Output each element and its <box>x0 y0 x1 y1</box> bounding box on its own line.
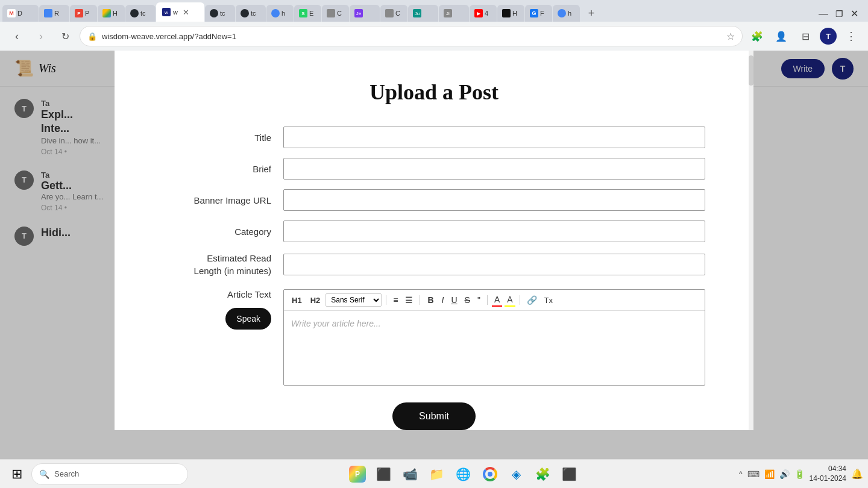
taskbar-camera-icon[interactable]: ⬛ <box>372 462 396 486</box>
brief-label: Brief <box>163 164 283 174</box>
article-editor: H1 H2 Sans Serif Serif Monospace ≡ ☰ B I <box>283 289 705 386</box>
submit-button[interactable]: Submit <box>392 402 476 430</box>
browser-tab-e[interactable]: C <box>322 5 349 22</box>
category-label: Category <box>163 227 283 237</box>
link-button[interactable]: 🔗 <box>524 294 539 306</box>
text-color-button[interactable]: A <box>492 293 502 307</box>
browser-tab-h2[interactable]: H <box>497 5 524 22</box>
article-text-label: Article Text <box>227 289 271 299</box>
security-icon: 🔒 <box>87 32 97 41</box>
banner-input[interactable] <box>283 189 705 211</box>
browser-tab-gh3[interactable]: tc <box>236 5 266 22</box>
h2-button[interactable]: H2 <box>307 294 324 307</box>
browser-tab-h[interactable]: H <box>98 5 125 22</box>
browser-tab-ji[interactable]: Ji <box>439 5 469 22</box>
category-input[interactable] <box>283 221 705 242</box>
banner-row: Banner Image URL <box>115 189 753 211</box>
editor-content-area[interactable]: Write your article here... <box>284 311 705 371</box>
title-input[interactable] <box>283 127 705 148</box>
toolbar-divider-4 <box>520 295 520 305</box>
blockquote-button[interactable]: " <box>475 294 483 306</box>
browser-tab-fb[interactable]: G F <box>525 5 552 22</box>
strikethrough-button[interactable]: S <box>462 294 473 306</box>
browser-tab-c2[interactable]: C <box>380 5 407 22</box>
editor-placeholder: Write your article here... <box>291 319 381 328</box>
clear-format-button[interactable]: Tx <box>542 295 555 306</box>
address-bar[interactable]: 🔒 wisdom-weave.vercel.app/?addNew=1 ☆ <box>80 26 743 46</box>
sidebar-toggle[interactable]: ⊟ <box>796 27 815 46</box>
ordered-list-button[interactable]: ☰ <box>403 294 415 306</box>
taskbar: ⊞ 🔍 Search P ⬛ 📹 📁 🌐 ◈ 🧩 ⬛ ^ ⌨ 📶 🔊 🔋 04:… <box>0 459 868 488</box>
title-label: Title <box>163 133 283 143</box>
browser-tab-shopify[interactable]: S E <box>294 5 321 22</box>
close-button[interactable]: ✕ <box>851 8 858 19</box>
browser-tab-p[interactable]: P P <box>70 5 97 22</box>
read-length-input[interactable] <box>283 254 705 275</box>
back-button[interactable]: ‹ <box>7 27 27 46</box>
taskbar-tray: ^ ⌨ 📶 🔊 🔋 04:34 14-01-2024 🔔 <box>739 465 863 483</box>
start-button[interactable]: ⊞ <box>5 462 29 486</box>
browser-tab-h3[interactable]: h <box>553 5 580 22</box>
editor-toolbar: H1 H2 Sans Serif Serif Monospace ≡ ☰ B I <box>284 290 705 311</box>
browser-tab-github[interactable]: tc <box>125 5 156 22</box>
toolbar-divider-2 <box>420 295 420 305</box>
maximize-button[interactable]: ❐ <box>835 9 843 19</box>
modal-title: Upload a Post <box>115 80 753 105</box>
browser-avatar[interactable]: T <box>820 28 837 45</box>
minimize-button[interactable]: — <box>819 8 828 19</box>
italic-button[interactable]: I <box>439 294 447 306</box>
taskbar-prequel-icon[interactable]: P <box>345 462 370 486</box>
search-text: Search <box>54 469 79 478</box>
browser-tab-wisdom[interactable]: w w ✕ <box>156 2 204 22</box>
bullet-list-button[interactable]: ≡ <box>391 294 400 306</box>
browser-tab-r[interactable]: R <box>39 5 69 22</box>
battery-icon: 🔋 <box>794 469 805 479</box>
taskbar-search-box[interactable]: 🔍 Search <box>31 463 188 485</box>
read-length-label: Estimated Read Length (in minutes) <box>163 252 283 277</box>
highlight-button[interactable]: A <box>505 293 515 307</box>
article-text-row: Article Text Speak H1 H2 Sans Serif Seri… <box>115 289 753 386</box>
browser-tab-globe[interactable]: h <box>266 5 294 22</box>
taskbar-files-icon[interactable]: 📁 <box>425 462 449 486</box>
bold-button[interactable]: B <box>424 294 436 306</box>
taskbar-zoom-icon[interactable]: 📹 <box>398 462 423 486</box>
clock-display[interactable]: 04:34 14-01-2024 <box>810 465 846 483</box>
taskbar-apps-area: P ⬛ 📹 📁 🌐 ◈ 🧩 ⬛ <box>190 462 737 486</box>
h1-button[interactable]: H1 <box>289 294 305 307</box>
browser-tab-ju[interactable]: Ju <box>408 5 438 22</box>
profile-button[interactable]: 👤 <box>772 27 791 46</box>
tray-expand-button[interactable]: ^ <box>739 470 743 478</box>
modal-scrollbar[interactable] <box>749 51 753 430</box>
brief-input[interactable] <box>283 158 705 180</box>
underline-button[interactable]: U <box>448 294 459 306</box>
browser-tab-gh2[interactable]: tc <box>205 5 235 22</box>
search-icon-taskbar: 🔍 <box>39 469 49 479</box>
taskbar-puzzle-icon[interactable]: 🧩 <box>531 462 555 486</box>
reload-button[interactable]: ↻ <box>55 27 75 46</box>
taskbar-edge-icon[interactable]: 🌐 <box>451 462 476 486</box>
taskbar-vscode-icon[interactable]: ◈ <box>505 462 529 486</box>
banner-label: Banner Image URL <box>163 195 283 205</box>
taskbar-chrome-icon[interactable] <box>478 462 502 486</box>
keyboard-icon: ⌨ <box>747 469 760 479</box>
toolbar-divider-1 <box>386 295 386 305</box>
modal-overlay: Upload a Post Title Brief Banner Image U… <box>0 51 868 459</box>
sound-icon: 🔊 <box>779 469 790 479</box>
brief-row: Brief <box>115 158 753 180</box>
notification-button[interactable]: 🔔 <box>851 468 863 480</box>
browser-tab-je[interactable]: Je <box>350 5 380 22</box>
menu-button[interactable]: ⋮ <box>841 27 861 46</box>
modal-dialog: Upload a Post Title Brief Banner Image U… <box>115 51 753 430</box>
title-row: Title <box>115 127 753 148</box>
speak-button[interactable]: Speak <box>225 308 271 330</box>
forward-button[interactable]: › <box>31 27 51 46</box>
browser-tab-gmail[interactable]: M D <box>2 5 39 22</box>
submit-row: Submit <box>115 402 753 430</box>
tab-close-wisdom[interactable]: ✕ <box>183 8 189 17</box>
taskbar-terminal-icon[interactable]: ⬛ <box>558 462 582 486</box>
browser-tab-yt[interactable]: ▶ 4 <box>470 5 497 22</box>
star-icon[interactable]: ☆ <box>726 31 735 42</box>
extensions-button[interactable]: 🧩 <box>747 27 767 46</box>
new-tab-button[interactable]: + <box>583 5 600 22</box>
font-family-select[interactable]: Sans Serif Serif Monospace <box>326 293 382 307</box>
